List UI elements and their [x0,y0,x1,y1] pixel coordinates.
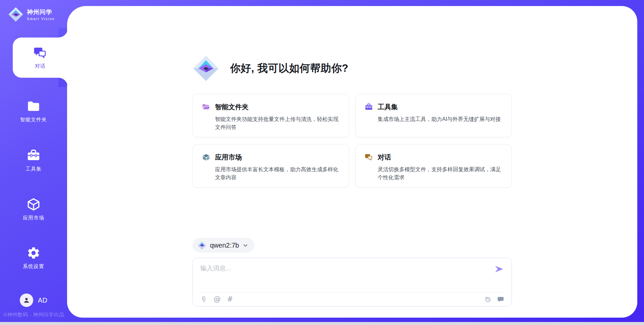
card-description: 智能文件夹功能支持批量文件上传与清洗，轻松实现文件问答 [215,115,340,131]
brand-subtitle: Smart Vision [27,17,55,21]
greeting: 你好, 我可以如何帮助你? [193,55,512,82]
chevron-down-icon [243,243,248,248]
toolbox-icon [365,103,373,111]
avatar [20,294,33,307]
card-title: 工具集 [378,103,398,112]
card-description: 应用市场提供丰富长文本模板，助力高效生成多样化文章内容 [215,166,340,182]
attach-file-button[interactable] [200,296,207,303]
brand-diamond-logo-icon [8,7,23,22]
feature-cards: 智能文件夹 智能文件夹功能支持批量文件上传与清洗，轻松实现文件问答 工具集 集成… [193,94,512,188]
folder-open-icon [202,103,210,111]
sidebar-item-chat[interactable]: 对话 [13,38,68,78]
hashtag-button[interactable]: # [227,296,233,303]
card-smart-folder[interactable]: 智能文件夹 智能文件夹功能支持批量文件上传与清洗，轻松实现文件问答 [193,94,349,137]
brand-name: 神州问学 [27,8,55,16]
brand: 神州问学 Smart Vision [8,7,55,22]
sidebar-item-label: 应用市场 [23,215,44,221]
card-chat[interactable]: 对话 灵活切换多模型文件，支持多样回复效果调试，满足个性化需求 [355,144,512,188]
model-selector[interactable]: qwen2:7b [193,238,254,253]
sidebar-item-label: 系统设置 [23,263,44,270]
user-account[interactable]: AD [0,294,67,307]
history-button[interactable] [484,296,491,303]
chat-bubble-solid-icon [497,296,504,303]
greeting-text: 你好, 我可以如何帮助你? [230,61,348,75]
gear-icon [26,246,41,260]
chat-bubbles-icon [365,153,373,161]
sidebar-item-label: 对话 [35,63,46,69]
sidebar-item-label: 智能文件夹 [20,117,47,123]
folder-icon [26,99,41,113]
card-title: 智能文件夹 [215,103,249,112]
card-toolset[interactable]: 工具集 集成市场上主流工具，助力AI与外界无缝扩展与对接 [355,94,512,137]
toolbox-icon [26,148,41,162]
person-icon [22,296,31,304]
send-button[interactable] [494,264,504,274]
chat-bubbles-icon [33,46,47,60]
message-input[interactable] [200,263,494,272]
model-diamond-logo-icon [197,241,207,250]
send-icon [494,264,504,274]
card-title: 对话 [378,153,391,162]
mention-button[interactable]: @ [214,296,221,303]
sidebar-item-smart-folder[interactable]: 智能文件夹 [0,99,67,123]
main-panel: 你好, 我可以如何帮助你? 智能文件夹 智能文件夹功能支持批量文件上传与清洗，轻… [67,6,637,318]
sidebar-item-settings[interactable]: 系统设置 [0,246,67,270]
sidebar-item-app-market[interactable]: 应用市场 [0,197,67,221]
sidebar-item-toolset[interactable]: 工具集 [0,148,67,172]
cube-icon [202,153,210,161]
card-description: 灵活切换多模型文件，支持多样回复效果调试，满足个性化需求 [378,166,502,182]
model-name: qwen2:7b [210,242,239,249]
user-name: AD [38,297,47,304]
card-app-market[interactable]: 应用市场 应用市场提供丰富长文本模板，助力高效生成多样化文章内容 [193,144,349,188]
sidebar: 神州问学 Smart Vision 对话 智能文件夹 工具集 应用市场 系统设置… [0,0,67,322]
copyright-footer: ©神州数码 · 神州问学出品 [3,312,67,318]
card-description: 集成市场上主流工具，助力AI与外界无缝扩展与对接 [378,115,502,123]
active-tab-scoop-bottom [58,78,68,87]
new-chat-button[interactable] [497,296,504,303]
sidebar-item-label: 工具集 [25,166,42,172]
card-title: 应用市场 [215,153,242,162]
paperclip-icon [200,296,207,303]
window-bottom-edge [0,322,644,325]
message-composer: @ # [193,258,512,307]
cube-icon [26,197,41,211]
active-tab-scoop-top [58,28,68,38]
history-clock-icon [484,296,491,303]
greeting-diamond-logo-icon [193,55,219,82]
